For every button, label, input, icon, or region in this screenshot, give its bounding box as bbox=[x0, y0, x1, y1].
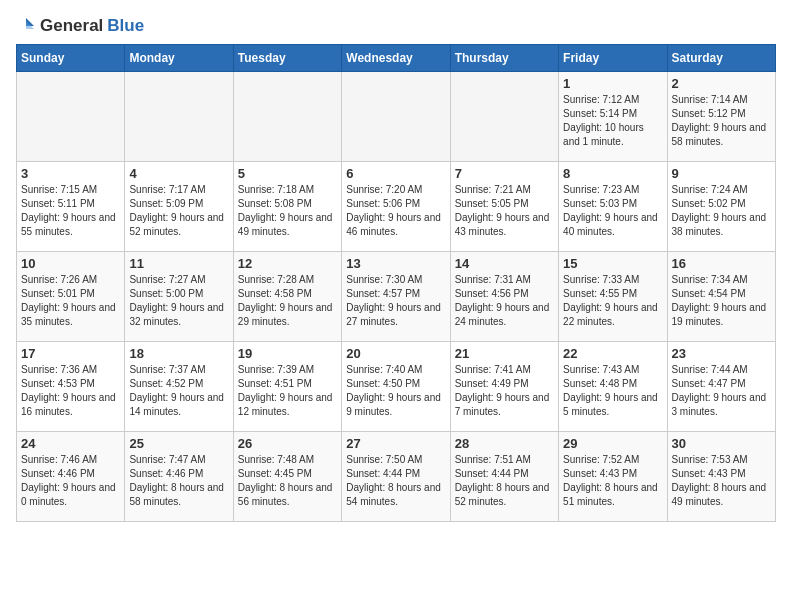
weekday-header: SundayMondayTuesdayWednesdayThursdayFrid… bbox=[17, 45, 776, 72]
cell-text: Sunrise: 7:36 AM Sunset: 4:53 PM Dayligh… bbox=[21, 363, 120, 419]
day-number: 12 bbox=[238, 256, 337, 271]
cell-text: Sunrise: 7:39 AM Sunset: 4:51 PM Dayligh… bbox=[238, 363, 337, 419]
day-number: 19 bbox=[238, 346, 337, 361]
calendar-cell: 10Sunrise: 7:26 AM Sunset: 5:01 PM Dayli… bbox=[17, 252, 125, 342]
day-number: 14 bbox=[455, 256, 554, 271]
cell-text: Sunrise: 7:41 AM Sunset: 4:49 PM Dayligh… bbox=[455, 363, 554, 419]
cell-text: Sunrise: 7:12 AM Sunset: 5:14 PM Dayligh… bbox=[563, 93, 662, 149]
day-number: 29 bbox=[563, 436, 662, 451]
calendar-cell: 6Sunrise: 7:20 AM Sunset: 5:06 PM Daylig… bbox=[342, 162, 450, 252]
calendar-cell bbox=[125, 72, 233, 162]
calendar-cell: 13Sunrise: 7:30 AM Sunset: 4:57 PM Dayli… bbox=[342, 252, 450, 342]
calendar-week-row: 3Sunrise: 7:15 AM Sunset: 5:11 PM Daylig… bbox=[17, 162, 776, 252]
weekday-header-cell: Saturday bbox=[667, 45, 775, 72]
calendar-cell: 17Sunrise: 7:36 AM Sunset: 4:53 PM Dayli… bbox=[17, 342, 125, 432]
calendar-cell: 4Sunrise: 7:17 AM Sunset: 5:09 PM Daylig… bbox=[125, 162, 233, 252]
day-number: 11 bbox=[129, 256, 228, 271]
cell-text: Sunrise: 7:21 AM Sunset: 5:05 PM Dayligh… bbox=[455, 183, 554, 239]
calendar-cell: 18Sunrise: 7:37 AM Sunset: 4:52 PM Dayli… bbox=[125, 342, 233, 432]
calendar-cell: 14Sunrise: 7:31 AM Sunset: 4:56 PM Dayli… bbox=[450, 252, 558, 342]
calendar-cell: 12Sunrise: 7:28 AM Sunset: 4:58 PM Dayli… bbox=[233, 252, 341, 342]
day-number: 25 bbox=[129, 436, 228, 451]
cell-text: Sunrise: 7:34 AM Sunset: 4:54 PM Dayligh… bbox=[672, 273, 771, 329]
calendar-week-row: 1Sunrise: 7:12 AM Sunset: 5:14 PM Daylig… bbox=[17, 72, 776, 162]
cell-text: Sunrise: 7:18 AM Sunset: 5:08 PM Dayligh… bbox=[238, 183, 337, 239]
cell-text: Sunrise: 7:33 AM Sunset: 4:55 PM Dayligh… bbox=[563, 273, 662, 329]
day-number: 26 bbox=[238, 436, 337, 451]
calendar-cell bbox=[342, 72, 450, 162]
calendar-cell: 1Sunrise: 7:12 AM Sunset: 5:14 PM Daylig… bbox=[559, 72, 667, 162]
header: General Blue bbox=[16, 16, 776, 36]
cell-text: Sunrise: 7:51 AM Sunset: 4:44 PM Dayligh… bbox=[455, 453, 554, 509]
cell-text: Sunrise: 7:53 AM Sunset: 4:43 PM Dayligh… bbox=[672, 453, 771, 509]
day-number: 17 bbox=[21, 346, 120, 361]
day-number: 6 bbox=[346, 166, 445, 181]
calendar-cell: 2Sunrise: 7:14 AM Sunset: 5:12 PM Daylig… bbox=[667, 72, 775, 162]
day-number: 10 bbox=[21, 256, 120, 271]
day-number: 22 bbox=[563, 346, 662, 361]
cell-text: Sunrise: 7:23 AM Sunset: 5:03 PM Dayligh… bbox=[563, 183, 662, 239]
cell-text: Sunrise: 7:47 AM Sunset: 4:46 PM Dayligh… bbox=[129, 453, 228, 509]
cell-text: Sunrise: 7:27 AM Sunset: 5:00 PM Dayligh… bbox=[129, 273, 228, 329]
cell-text: Sunrise: 7:17 AM Sunset: 5:09 PM Dayligh… bbox=[129, 183, 228, 239]
day-number: 16 bbox=[672, 256, 771, 271]
calendar-cell: 23Sunrise: 7:44 AM Sunset: 4:47 PM Dayli… bbox=[667, 342, 775, 432]
weekday-header-cell: Thursday bbox=[450, 45, 558, 72]
calendar-cell: 26Sunrise: 7:48 AM Sunset: 4:45 PM Dayli… bbox=[233, 432, 341, 522]
weekday-header-cell: Sunday bbox=[17, 45, 125, 72]
day-number: 5 bbox=[238, 166, 337, 181]
day-number: 3 bbox=[21, 166, 120, 181]
cell-text: Sunrise: 7:37 AM Sunset: 4:52 PM Dayligh… bbox=[129, 363, 228, 419]
day-number: 27 bbox=[346, 436, 445, 451]
calendar-cell bbox=[17, 72, 125, 162]
calendar-table: SundayMondayTuesdayWednesdayThursdayFrid… bbox=[16, 44, 776, 522]
logo-general: General bbox=[40, 16, 103, 36]
day-number: 20 bbox=[346, 346, 445, 361]
calendar-cell: 7Sunrise: 7:21 AM Sunset: 5:05 PM Daylig… bbox=[450, 162, 558, 252]
calendar-body: 1Sunrise: 7:12 AM Sunset: 5:14 PM Daylig… bbox=[17, 72, 776, 522]
cell-text: Sunrise: 7:20 AM Sunset: 5:06 PM Dayligh… bbox=[346, 183, 445, 239]
day-number: 2 bbox=[672, 76, 771, 91]
cell-text: Sunrise: 7:30 AM Sunset: 4:57 PM Dayligh… bbox=[346, 273, 445, 329]
weekday-header-cell: Wednesday bbox=[342, 45, 450, 72]
day-number: 1 bbox=[563, 76, 662, 91]
day-number: 7 bbox=[455, 166, 554, 181]
weekday-header-cell: Monday bbox=[125, 45, 233, 72]
calendar-cell: 29Sunrise: 7:52 AM Sunset: 4:43 PM Dayli… bbox=[559, 432, 667, 522]
day-number: 30 bbox=[672, 436, 771, 451]
calendar-cell: 28Sunrise: 7:51 AM Sunset: 4:44 PM Dayli… bbox=[450, 432, 558, 522]
calendar-cell: 3Sunrise: 7:15 AM Sunset: 5:11 PM Daylig… bbox=[17, 162, 125, 252]
calendar-cell: 22Sunrise: 7:43 AM Sunset: 4:48 PM Dayli… bbox=[559, 342, 667, 432]
day-number: 15 bbox=[563, 256, 662, 271]
calendar-cell bbox=[450, 72, 558, 162]
weekday-header-cell: Friday bbox=[559, 45, 667, 72]
day-number: 8 bbox=[563, 166, 662, 181]
calendar-cell: 9Sunrise: 7:24 AM Sunset: 5:02 PM Daylig… bbox=[667, 162, 775, 252]
calendar-week-row: 17Sunrise: 7:36 AM Sunset: 4:53 PM Dayli… bbox=[17, 342, 776, 432]
calendar-cell: 25Sunrise: 7:47 AM Sunset: 4:46 PM Dayli… bbox=[125, 432, 233, 522]
calendar-cell: 27Sunrise: 7:50 AM Sunset: 4:44 PM Dayli… bbox=[342, 432, 450, 522]
calendar-cell: 20Sunrise: 7:40 AM Sunset: 4:50 PM Dayli… bbox=[342, 342, 450, 432]
calendar-cell: 30Sunrise: 7:53 AM Sunset: 4:43 PM Dayli… bbox=[667, 432, 775, 522]
cell-text: Sunrise: 7:31 AM Sunset: 4:56 PM Dayligh… bbox=[455, 273, 554, 329]
calendar-cell: 24Sunrise: 7:46 AM Sunset: 4:46 PM Dayli… bbox=[17, 432, 125, 522]
day-number: 21 bbox=[455, 346, 554, 361]
cell-text: Sunrise: 7:43 AM Sunset: 4:48 PM Dayligh… bbox=[563, 363, 662, 419]
weekday-header-cell: Tuesday bbox=[233, 45, 341, 72]
day-number: 18 bbox=[129, 346, 228, 361]
logo-bird-icon bbox=[16, 16, 36, 36]
day-number: 9 bbox=[672, 166, 771, 181]
calendar-cell: 5Sunrise: 7:18 AM Sunset: 5:08 PM Daylig… bbox=[233, 162, 341, 252]
day-number: 28 bbox=[455, 436, 554, 451]
calendar-cell: 8Sunrise: 7:23 AM Sunset: 5:03 PM Daylig… bbox=[559, 162, 667, 252]
calendar-week-row: 24Sunrise: 7:46 AM Sunset: 4:46 PM Dayli… bbox=[17, 432, 776, 522]
calendar-cell: 19Sunrise: 7:39 AM Sunset: 4:51 PM Dayli… bbox=[233, 342, 341, 432]
cell-text: Sunrise: 7:50 AM Sunset: 4:44 PM Dayligh… bbox=[346, 453, 445, 509]
cell-text: Sunrise: 7:24 AM Sunset: 5:02 PM Dayligh… bbox=[672, 183, 771, 239]
logo: General Blue bbox=[16, 16, 144, 36]
cell-text: Sunrise: 7:46 AM Sunset: 4:46 PM Dayligh… bbox=[21, 453, 120, 509]
cell-text: Sunrise: 7:15 AM Sunset: 5:11 PM Dayligh… bbox=[21, 183, 120, 239]
logo-blue: Blue bbox=[107, 16, 144, 36]
calendar-cell: 15Sunrise: 7:33 AM Sunset: 4:55 PM Dayli… bbox=[559, 252, 667, 342]
day-number: 23 bbox=[672, 346, 771, 361]
